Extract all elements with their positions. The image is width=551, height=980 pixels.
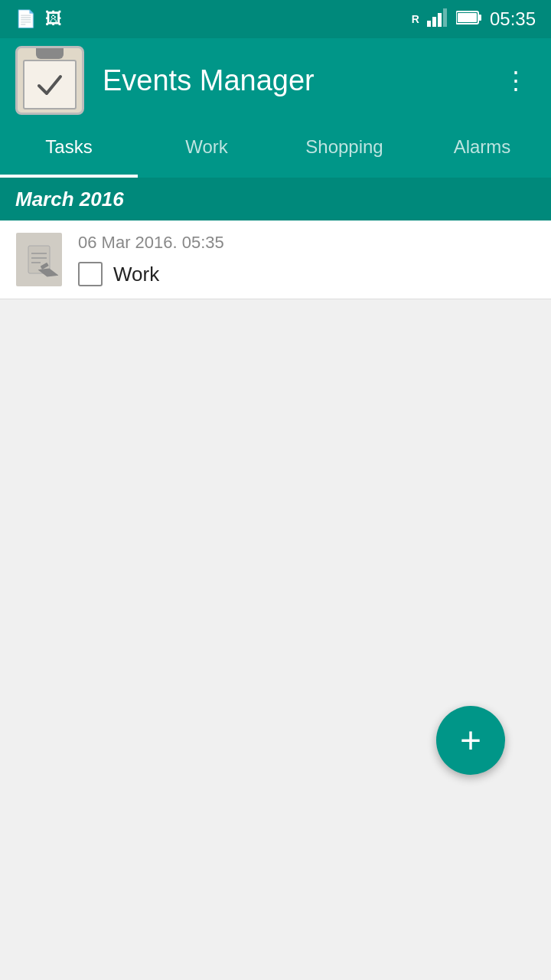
tab-tasks-label: Tasks: [45, 136, 92, 158]
svg-rect-2: [438, 13, 442, 27]
signal-bars-icon: [427, 8, 448, 31]
app-bar: Events Manager ⋮: [0, 38, 551, 122]
tab-bar: Tasks Work Shopping Alarms: [0, 122, 551, 178]
pencil-icon: [25, 243, 53, 276]
signal-r-label: R: [412, 13, 419, 25]
fab-plus-icon: +: [460, 722, 481, 759]
section-header-text: March 2016: [15, 188, 124, 211]
app-title: Events Manager: [103, 64, 496, 97]
doc-icon: 📄: [15, 9, 36, 29]
tab-tasks[interactable]: Tasks: [0, 122, 138, 178]
svg-rect-5: [478, 15, 481, 21]
svg-rect-3: [443, 8, 447, 27]
checkmark-svg: [34, 69, 65, 100]
section-header: March 2016: [0, 178, 551, 220]
tab-shopping[interactable]: Shopping: [276, 122, 413, 178]
status-time: 05:35: [490, 8, 536, 30]
task-checkbox[interactable]: [78, 262, 103, 286]
status-icons-left: 📄 🖼: [15, 9, 62, 29]
tab-shopping-label: Shopping: [305, 136, 383, 158]
note-icon: [16, 233, 62, 286]
main-content: March 2016 06 Mar 2016. 05:35 Work: [0, 178, 551, 821]
task-label: Work: [113, 263, 159, 286]
task-checkbox-row: Work: [78, 262, 536, 286]
overflow-menu-button[interactable]: ⋮: [496, 60, 536, 100]
status-icons-right: R 05:35: [412, 8, 536, 31]
status-bar: 📄 🖼 R 05:35: [0, 0, 551, 38]
svg-rect-6: [458, 13, 477, 22]
svg-rect-1: [432, 17, 436, 27]
task-item: 06 Mar 2016. 05:35 Work: [0, 220, 551, 299]
svg-rect-7: [28, 246, 50, 273]
task-date: 06 Mar 2016. 05:35: [78, 233, 536, 253]
task-content: 06 Mar 2016. 05:35 Work: [78, 233, 536, 286]
task-icon-area: [12, 233, 66, 286]
tab-alarms-label: Alarms: [454, 136, 511, 158]
image-icon: 🖼: [45, 9, 62, 29]
clipboard-body: [23, 60, 77, 109]
tab-alarms[interactable]: Alarms: [413, 122, 551, 178]
tab-work[interactable]: Work: [138, 122, 276, 178]
svg-rect-0: [427, 21, 431, 27]
tab-work-label: Work: [185, 136, 228, 158]
app-logo: [15, 46, 84, 115]
battery-icon: [456, 10, 482, 29]
fab-add-button[interactable]: +: [436, 706, 505, 775]
